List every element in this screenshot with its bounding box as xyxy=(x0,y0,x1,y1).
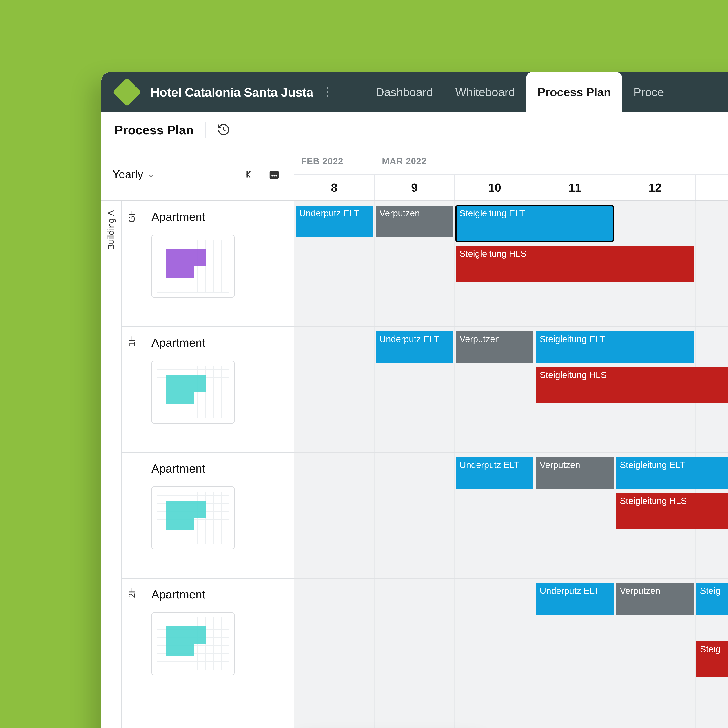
history-icon[interactable] xyxy=(217,123,230,137)
chevron-down-icon: ⌄ xyxy=(148,170,154,179)
week-number[interactable]: 13 xyxy=(695,174,728,200)
building-label: Building A xyxy=(106,210,116,250)
grid-body: Building A GF1F2F ApartmentApartmentApar… xyxy=(101,201,728,728)
tab-process-plan[interactable]: Process Plan xyxy=(526,72,622,112)
timeline-lane: Underputz ELTVerputzenSteigleitung ELTSt… xyxy=(294,201,728,327)
floor-label: 2F xyxy=(127,587,137,598)
floor-cell xyxy=(122,453,142,578)
room-cell[interactable]: Apartment xyxy=(142,327,294,453)
project-menu-kebab-icon[interactable] xyxy=(322,83,333,102)
task-bar[interactable]: Steigleitung ELT xyxy=(536,332,694,363)
timeline-lane: Underputz ELTVerputzenSteigleitung ELTSt… xyxy=(294,327,728,453)
room-name: Apartment xyxy=(151,210,285,223)
scale-select[interactable]: Yearly ⌄ xyxy=(112,168,154,181)
room-cell[interactable]: Apartment xyxy=(142,201,294,327)
main-tabs: DashboardWhiteboardProcess PlanProce xyxy=(364,72,675,112)
floorplan-thumbnail[interactable] xyxy=(151,612,235,675)
task-bar[interactable]: Steigleitung HLS xyxy=(616,493,728,529)
timeline-lane: Underputz ELTVerputzenSteigleitung ELTSt… xyxy=(294,453,728,578)
room-name: Apartment xyxy=(151,587,285,601)
titlebar-left: Hotel Catalonia Santa Justa xyxy=(101,72,342,112)
timeline-scale: FEB 2022MAR 2022 8910111213 xyxy=(294,148,728,200)
floorplan-thumbnail[interactable] xyxy=(151,235,235,298)
task-bar[interactable]: Steigleitung ELT xyxy=(616,457,728,489)
task-bar[interactable]: Verputzen xyxy=(536,457,613,489)
floor-cell: 1F xyxy=(122,327,142,453)
month-label: FEB 2022 xyxy=(294,148,375,174)
floor-label: GF xyxy=(127,210,137,223)
floors-column: GF1F2F xyxy=(122,201,142,728)
app-window: Hotel Catalonia Santa Justa DashboardWhi… xyxy=(101,72,728,728)
tab-dashboard[interactable]: Dashboard xyxy=(364,72,444,112)
floor-label: 1F xyxy=(127,336,137,346)
timeline-lanes: Underputz ELTVerputzenSteigleitung ELTSt… xyxy=(294,201,728,728)
scale-controls: Yearly ⌄ xyxy=(101,148,294,200)
task-bar[interactable]: Verputzen xyxy=(376,206,453,237)
room-cell[interactable]: Apartment xyxy=(142,578,294,696)
jump-to-start-icon[interactable] xyxy=(242,166,259,183)
calendar-icon[interactable] xyxy=(266,166,283,183)
room-cell[interactable]: Apartment xyxy=(142,453,294,578)
timeline-header: Yearly ⌄ FEB 2022MAR 2022 8910111213 xyxy=(101,148,728,201)
toolbar: Process Plan xyxy=(101,112,728,148)
timeline-area[interactable]: Underputz ELTVerputzenSteigleitung ELTSt… xyxy=(294,201,728,728)
floorplan-thumbnail[interactable] xyxy=(151,361,235,424)
building-column: Building A xyxy=(101,201,122,728)
page-title: Process Plan xyxy=(115,123,194,137)
months-row: FEB 2022MAR 2022 xyxy=(294,148,728,174)
svg-point-2 xyxy=(271,175,273,177)
task-bar[interactable]: Steig xyxy=(696,641,728,678)
floor-cell: 2F xyxy=(122,578,142,696)
task-bar[interactable]: Steigleitung HLS xyxy=(536,367,728,403)
tab-whiteboard[interactable]: Whiteboard xyxy=(444,72,526,112)
row-headers: Building A GF1F2F ApartmentApartmentApar… xyxy=(101,201,294,728)
month-label: MAR 2022 xyxy=(375,148,728,174)
tab-proce[interactable]: Proce xyxy=(622,72,675,112)
weeks-row: 8910111213 xyxy=(294,174,728,200)
week-number[interactable]: 10 xyxy=(454,174,534,200)
floor-cell: GF xyxy=(122,201,142,327)
task-bar[interactable]: Steig xyxy=(696,583,728,615)
room-name: Apartment xyxy=(151,462,285,475)
rooms-column: ApartmentApartmentApartmentApartment xyxy=(142,201,294,728)
floorplan-thumbnail[interactable] xyxy=(151,486,235,549)
task-bar[interactable]: Underputz ELT xyxy=(536,583,613,615)
scale-select-label: Yearly xyxy=(112,168,143,181)
svg-rect-1 xyxy=(270,171,279,173)
week-number[interactable]: 12 xyxy=(615,174,695,200)
task-bar[interactable]: Verputzen xyxy=(616,583,694,615)
app-logo-icon xyxy=(113,78,141,106)
toolbar-divider xyxy=(205,122,206,138)
task-bar[interactable]: Underputz ELT xyxy=(296,206,373,237)
week-number[interactable]: 9 xyxy=(374,174,454,200)
task-bar[interactable]: Underputz ELT xyxy=(456,457,534,489)
svg-point-3 xyxy=(274,175,275,177)
titlebar: Hotel Catalonia Santa Justa DashboardWhi… xyxy=(101,72,728,112)
task-bar[interactable]: Underputz ELT xyxy=(376,332,453,363)
project-title: Hotel Catalonia Santa Justa xyxy=(151,85,313,99)
timeline-lane: Underputz ELTVerputzenSteigSteig xyxy=(294,578,728,696)
task-bar[interactable]: Steigleitung HLS xyxy=(456,246,694,282)
week-number[interactable]: 11 xyxy=(535,174,615,200)
task-bar[interactable]: Verputzen xyxy=(456,332,534,363)
svg-point-4 xyxy=(275,175,277,177)
task-bar[interactable]: Steigleitung ELT xyxy=(456,206,613,242)
week-number[interactable]: 8 xyxy=(294,174,374,200)
room-name: Apartment xyxy=(151,336,285,349)
